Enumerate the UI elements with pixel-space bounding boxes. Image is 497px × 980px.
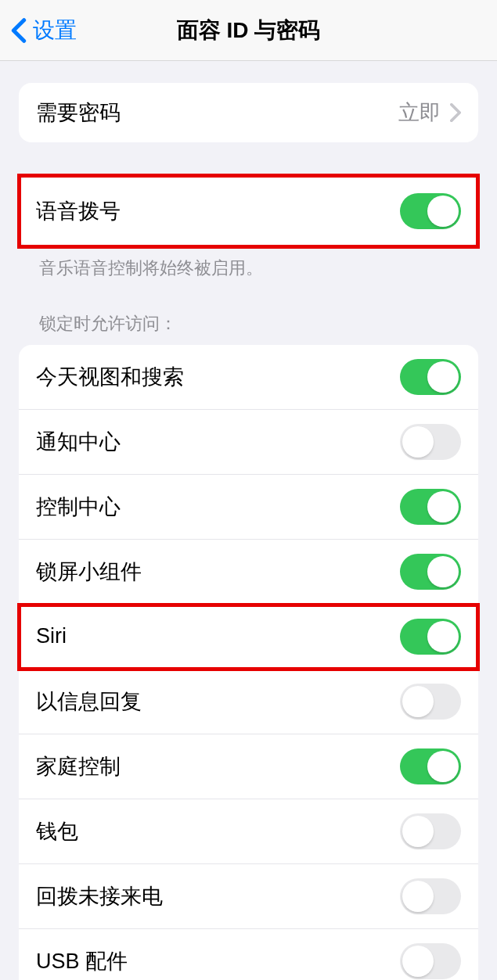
lock-item-label: 钱包 <box>36 817 78 845</box>
lock-item-wallet: 钱包 <box>19 799 478 864</box>
back-label: 设置 <box>33 16 77 45</box>
lock-item-label: 锁屏小组件 <box>36 558 142 586</box>
lock-item-label: 通知中心 <box>36 428 121 456</box>
chevron-right-icon <box>450 103 461 122</box>
lock-item-today-view: 今天视图和搜索 <box>19 345 478 410</box>
voice-dial-row: 语音拨号 <box>19 175 478 247</box>
lock-item-notification-center: 通知中心 <box>19 410 478 475</box>
lock-item-siri: Siri <box>19 605 478 669</box>
lock-item-label: Siri <box>36 624 67 648</box>
lock-item-return-missed-calls: 回拨未接来电 <box>19 864 478 929</box>
chevron-back-icon <box>8 15 30 46</box>
back-button[interactable]: 设置 <box>0 15 77 46</box>
reply-with-message-toggle[interactable] <box>400 684 461 720</box>
siri-toggle[interactable] <box>400 619 461 655</box>
wallet-toggle[interactable] <box>400 813 461 849</box>
voice-dial-footer: 音乐语音控制将始终被启用。 <box>19 247 478 281</box>
home-control-toggle[interactable] <box>400 748 461 784</box>
switch-knob <box>427 196 459 227</box>
lock-item-label: 今天视图和搜索 <box>36 363 184 391</box>
require-passcode-label: 需要密码 <box>36 99 121 127</box>
voice-dial-label: 语音拨号 <box>36 197 121 225</box>
today-view-toggle[interactable] <box>400 359 461 395</box>
lock-screen-widgets-toggle[interactable] <box>400 554 461 590</box>
nav-header: 设置 面容 ID 与密码 <box>0 0 497 61</box>
lock-item-label: 控制中心 <box>36 493 121 521</box>
require-passcode-value: 立即 <box>398 99 461 127</box>
control-center-toggle[interactable] <box>400 489 461 525</box>
lock-item-label: 回拨未接来电 <box>36 882 163 910</box>
lock-access-header: 锁定时允许访问： <box>19 312 478 345</box>
lock-item-control-center: 控制中心 <box>19 475 478 540</box>
lock-item-label: USB 配件 <box>36 947 128 975</box>
lock-item-label: 以信息回复 <box>36 687 142 716</box>
usb-accessories-toggle[interactable] <box>400 943 461 979</box>
lock-item-label: 家庭控制 <box>36 752 121 781</box>
return-missed-calls-toggle[interactable] <box>400 878 461 914</box>
lock-item-lock-screen-widgets: 锁屏小组件 <box>19 540 478 605</box>
voice-dial-toggle[interactable] <box>400 193 461 229</box>
lock-item-usb-accessories: USB 配件 <box>19 929 478 980</box>
lock-item-home-control: 家庭控制 <box>19 734 478 799</box>
notification-center-toggle[interactable] <box>400 424 461 460</box>
passcode-section: 需要密码 立即 <box>19 83 478 142</box>
require-passcode-row[interactable]: 需要密码 立即 <box>19 83 478 142</box>
lock-item-reply-with-message: 以信息回复 <box>19 669 478 734</box>
